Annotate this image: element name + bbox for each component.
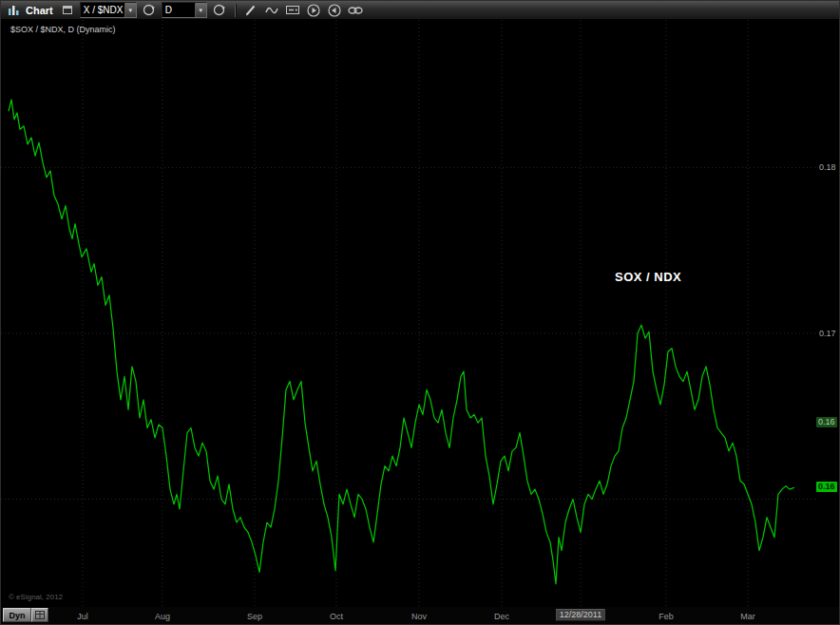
- price-axis[interactable]: 0.180.170.160.16: [816, 20, 839, 609]
- time-axis-label: Jul: [77, 612, 88, 621]
- esignal-chart-window: Chart X / $NDX ▼ D ▼: [0, 0, 840, 625]
- chart-symbol-label: $SOX / $NDX, D (Dynamic): [10, 25, 116, 34]
- time-axis-label: Nov: [411, 612, 427, 621]
- dyn-button[interactable]: Dyn: [3, 608, 31, 622]
- time-axis-label: Dec: [494, 612, 509, 621]
- last-price-badge: 0.16: [816, 482, 837, 492]
- time-axis[interactable]: Dyn JulAugSepOctNovDec12/28/2011FebMar: [1, 607, 839, 624]
- price-axis-label: 0.17: [819, 329, 836, 338]
- time-template-icon[interactable]: [31, 608, 48, 622]
- time-axis-label: Sep: [247, 612, 262, 621]
- time-axis-label: Aug: [155, 612, 170, 621]
- price-axis-label: 0.18: [819, 162, 836, 172]
- chart-text-annotation: SOX / NDX: [615, 270, 681, 284]
- chart-canvas[interactable]: [1, 1, 840, 625]
- copyright-text: © eSignal, 2012: [9, 593, 63, 601]
- price-marker-badge: 0.16: [816, 417, 837, 427]
- time-axis-label: Mar: [740, 612, 755, 621]
- time-axis-label: Feb: [659, 612, 674, 621]
- date-marker-label[interactable]: 12/28/2011: [556, 609, 605, 621]
- time-axis-label: Oct: [330, 612, 343, 621]
